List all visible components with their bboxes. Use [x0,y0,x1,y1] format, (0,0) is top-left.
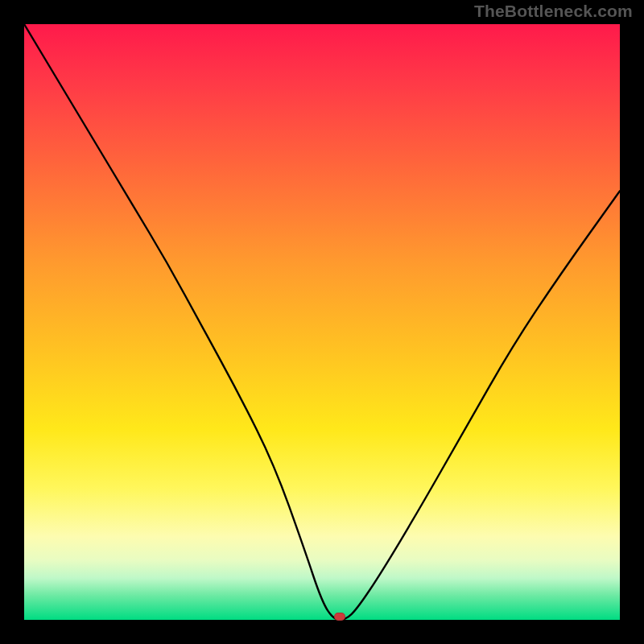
curve-svg [24,24,620,620]
bottleneck-curve-path [24,24,620,620]
chart-frame: TheBottleneck.com [0,0,644,644]
bottleneck-marker [334,613,345,621]
plot-area [24,24,620,620]
watermark-text: TheBottleneck.com [474,2,633,21]
